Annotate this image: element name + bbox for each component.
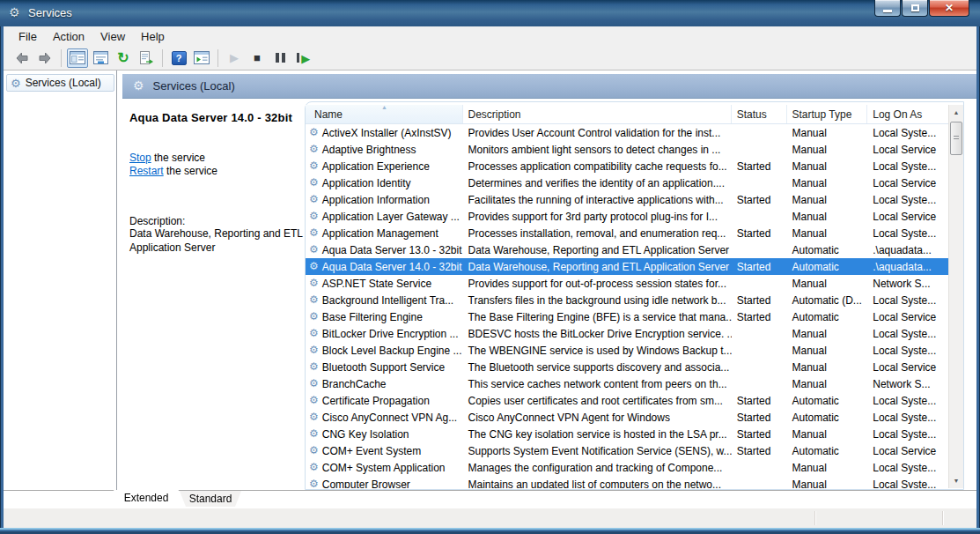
- service-name: Computer Browser: [322, 478, 410, 489]
- table-row[interactable]: ⚙Application Identity Determines and ver…: [306, 174, 948, 191]
- menu-file[interactable]: File: [11, 27, 45, 46]
- service-logon-cell: Local Syste...: [867, 127, 948, 139]
- maximize-button[interactable]: [902, 0, 928, 17]
- pause-service-button[interactable]: [269, 48, 291, 68]
- table-row[interactable]: ⚙Aqua Data Server 14.0 - 32bit Data Ware…: [306, 258, 948, 275]
- console-tree-pane: ⚙ Services (Local): [4, 70, 117, 490]
- forward-button[interactable]: [34, 48, 55, 68]
- status-bar-divider: [942, 511, 943, 525]
- table-row[interactable]: ⚙Computer Browser Maintains an updated l…: [306, 476, 948, 488]
- table-row[interactable]: ⚙BranchCache This service caches network…: [306, 375, 948, 392]
- show-console-tree-button[interactable]: [67, 48, 88, 68]
- menu-view[interactable]: View: [92, 27, 133, 46]
- services-list: ⚙ActiveX Installer (AxInstSV) Provides U…: [306, 124, 948, 488]
- close-button[interactable]: ✕: [929, 0, 969, 17]
- service-gear-icon: ⚙: [309, 261, 319, 272]
- scroll-down-button[interactable]: ▼: [949, 473, 963, 488]
- refresh-button[interactable]: ↻: [113, 48, 134, 68]
- service-logon-cell: Local Service: [867, 144, 948, 156]
- table-row[interactable]: ⚙COM+ Event System Supports System Event…: [306, 442, 948, 459]
- service-description-cell: Manages the configuration and tracking o…: [463, 462, 732, 474]
- services-list-panel: ▲ Name Description Status Startup Type L…: [305, 101, 964, 490]
- table-row[interactable]: ⚙Certificate Propagation Copies user cer…: [306, 392, 948, 409]
- show-action-pane-button[interactable]: [191, 48, 212, 68]
- menu-help[interactable]: Help: [133, 27, 173, 46]
- column-header-description[interactable]: Description: [463, 105, 732, 123]
- table-row[interactable]: ⚙Aqua Data Server 13.0 - 32bit Data Ware…: [306, 241, 948, 258]
- stop-service-link[interactable]: Stop: [129, 152, 151, 164]
- service-gear-icon: ⚙: [309, 127, 319, 138]
- stop-service-line: Stop the service: [129, 152, 301, 165]
- table-row[interactable]: ⚙Application Management Processes instal…: [306, 225, 948, 241]
- service-description-cell: Data Warehouse, Reporting and ETL Applic…: [463, 244, 732, 256]
- service-logon-cell: Local Syste...: [867, 328, 948, 340]
- service-description-cell: Provides support for 3rd party protocol …: [463, 211, 732, 223]
- properties-button[interactable]: [90, 48, 111, 68]
- tree-item-services-local[interactable]: ⚙ Services (Local): [6, 74, 114, 92]
- table-row[interactable]: ⚙Application Information Facilitates the…: [306, 191, 948, 208]
- tab-standard[interactable]: Standard: [180, 491, 241, 507]
- service-status-cell: Started: [732, 160, 787, 173]
- column-header-name[interactable]: ▲ Name: [306, 105, 463, 123]
- back-button[interactable]: [11, 48, 33, 68]
- service-logon-cell: Local Syste...: [867, 294, 948, 307]
- services-gear-icon: ⚙: [133, 80, 144, 92]
- service-name: Block Level Backup Engine ...: [322, 345, 462, 357]
- service-logon-cell: Local Syste...: [867, 478, 948, 489]
- toolbar-separator: [61, 49, 62, 67]
- vertical-scrollbar[interactable]: ▲ ▼: [948, 105, 963, 488]
- table-row[interactable]: ⚙Application Experience Processes applic…: [306, 158, 948, 174]
- scroll-up-button[interactable]: ▲: [949, 105, 963, 120]
- service-gear-icon: ⚙: [309, 278, 319, 289]
- table-row[interactable]: ⚙Bluetooth Support Service The Bluetooth…: [306, 359, 948, 375]
- table-row[interactable]: ⚙BitLocker Drive Encryption ... BDESVC h…: [306, 325, 948, 342]
- service-logon-cell: Local Syste...: [867, 428, 948, 441]
- stop-service-button[interactable]: ■: [247, 48, 268, 68]
- restart-service-link[interactable]: Restart: [129, 165, 164, 177]
- service-logon-cell: Local Syste...: [867, 412, 948, 424]
- table-row[interactable]: ⚙Application Layer Gateway ... Provides …: [306, 208, 948, 225]
- service-name: Cisco AnyConnect VPN Ag...: [322, 412, 457, 424]
- export-list-button[interactable]: [136, 48, 157, 68]
- stop-service-suffix: the service: [151, 152, 205, 164]
- column-header-label: Startup Type: [792, 108, 852, 121]
- service-status-cell: Started: [732, 294, 787, 307]
- service-name: COM+ Event System: [322, 445, 421, 457]
- service-logon-cell: Local Syste...: [867, 194, 948, 206]
- service-gear-icon: ⚙: [309, 445, 319, 456]
- close-icon: ✕: [945, 1, 954, 16]
- scrollbar-thumb[interactable]: [950, 122, 962, 155]
- service-gear-icon: ⚙: [309, 345, 319, 356]
- minimize-button[interactable]: [874, 0, 901, 17]
- table-row[interactable]: ⚙CNG Key Isolation The CNG key isolation…: [306, 426, 948, 442]
- service-logon-cell: Local Service: [867, 177, 948, 189]
- table-row[interactable]: ⚙ActiveX Installer (AxInstSV) Provides U…: [306, 124, 948, 141]
- service-description-cell: Data Warehouse, Reporting and ETL Applic…: [463, 261, 732, 273]
- column-header-log-on-as[interactable]: Log On As: [867, 105, 948, 123]
- window-frame-bottom: [0, 528, 980, 534]
- column-header-status[interactable]: Status: [732, 105, 787, 123]
- service-description-cell: Facilitates the running of interactive a…: [463, 194, 732, 206]
- menu-action[interactable]: Action: [45, 27, 92, 46]
- table-row[interactable]: ⚙COM+ System Application Manages the con…: [306, 459, 948, 476]
- service-status-cell: Started: [732, 445, 787, 457]
- table-row[interactable]: ⚙ASP.NET State Service Provides support …: [306, 275, 948, 292]
- service-description-cell: Determines and verifies the identity of …: [463, 177, 732, 189]
- start-service-button[interactable]: ▶: [224, 48, 245, 68]
- service-name: Certificate Propagation: [322, 395, 430, 407]
- service-logon-cell: Network S...: [867, 378, 948, 390]
- service-name: Aqua Data Server 14.0 - 32bit: [322, 261, 462, 273]
- forward-icon: [38, 51, 52, 65]
- column-header-startup-type[interactable]: Startup Type: [787, 105, 868, 123]
- service-startup-type-cell: Manual: [786, 211, 867, 223]
- tab-extended[interactable]: Extended: [114, 490, 179, 508]
- table-row[interactable]: ⚙Base Filtering Engine The Base Filterin…: [306, 308, 948, 325]
- table-row[interactable]: ⚙Cisco AnyConnect VPN Ag... Cisco AnyCon…: [306, 409, 948, 426]
- help-button[interactable]: ?: [168, 48, 189, 68]
- table-row[interactable]: ⚙Adaptive Brightness Monitors ambient li…: [306, 141, 948, 158]
- table-row[interactable]: ⚙Block Level Backup Engine ... The WBENG…: [306, 342, 948, 359]
- title-bar[interactable]: ⚙ Services ✕: [0, 0, 980, 26]
- restart-service-button[interactable]: ▶: [292, 48, 313, 68]
- table-row[interactable]: ⚙Background Intelligent Tra... Transfers…: [306, 292, 948, 308]
- restart-service-icon: ▶: [296, 50, 311, 66]
